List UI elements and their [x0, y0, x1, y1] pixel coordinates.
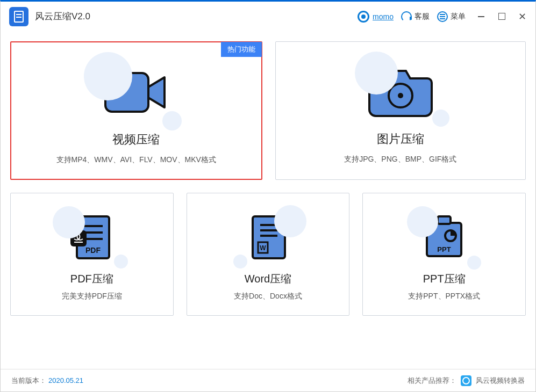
card-title: PDF压缩 [70, 272, 113, 286]
svg-text:W: W [260, 244, 266, 252]
card-desc: 支持JPG、PNG、BMP、GIF格式 [344, 155, 456, 164]
ppt-compress-card[interactable]: PPT PPT压缩 支持PPT、PPTX格式 [362, 193, 526, 316]
video-icon [90, 57, 182, 127]
maximize-button[interactable] [497, 12, 506, 21]
ppt-icon: PPT [409, 208, 479, 267]
app-title: 风云压缩V2.0 [35, 10, 90, 23]
main-content: 热门功能 视频压缩 支持MP4、WMV、AVI、FLV、MOV、MKV格式 [1, 32, 535, 369]
card-title: 视频压缩 [112, 132, 160, 148]
camera-icon [355, 57, 446, 127]
card-title: PPT压缩 [423, 272, 466, 286]
svg-text:PPT: PPT [438, 245, 451, 253]
window-controls: ✕ [476, 12, 527, 21]
headset-icon [401, 11, 412, 22]
menu-icon [437, 11, 448, 22]
card-title: 图片压缩 [377, 131, 424, 147]
svg-rect-17 [438, 216, 451, 224]
svg-text:PDF: PDF [85, 246, 101, 255]
close-button[interactable]: ✕ [517, 12, 527, 21]
word-compress-card[interactable]: W Word压缩 支持Doc、Docx格式 [187, 193, 350, 316]
customer-service-button[interactable]: 客服 [401, 11, 430, 22]
footer-bar: 当前版本： 2020.05.21 相关产品推荐： 风云视频转换器 [1, 369, 535, 391]
version-value: 2020.05.21 [48, 376, 83, 384]
app-logo-icon [9, 7, 28, 26]
user-name: momo [373, 12, 394, 21]
menu-label: 菜单 [451, 12, 466, 21]
service-label: 客服 [414, 12, 430, 21]
pdf-compress-card[interactable]: PDF PDF压缩 完美支持PDF压缩 [10, 193, 174, 316]
card-desc: 支持PPT、PPTX格式 [408, 292, 480, 301]
related-product-icon [461, 375, 471, 386]
card-desc: 支持MP4、WMV、AVI、FLV、MOV、MKV格式 [56, 155, 216, 165]
hot-badge: 热门功能 [221, 42, 262, 57]
video-compress-card[interactable]: 热门功能 视频压缩 支持MP4、WMV、AVI、FLV、MOV、MKV格式 [10, 41, 262, 180]
svg-point-3 [398, 93, 403, 98]
user-icon [358, 11, 369, 23]
card-desc: 完美支持PDF压缩 [62, 292, 122, 301]
user-account-button[interactable]: momo [358, 11, 394, 23]
card-desc: 支持Doc、Docx格式 [234, 292, 302, 301]
related-product-link[interactable]: 风云视频转换器 [476, 376, 525, 386]
related-label: 相关产品推荐： [408, 376, 456, 386]
word-icon: W [233, 208, 303, 267]
image-compress-card[interactable]: 图片压缩 支持JPG、PNG、BMP、GIF格式 [275, 41, 526, 180]
version-label: 当前版本： [11, 376, 46, 386]
menu-button[interactable]: 菜单 [437, 11, 466, 22]
title-bar: 风云压缩V2.0 momo 客服 菜单 ✕ [1, 2, 535, 32]
minimize-button[interactable] [476, 12, 486, 21]
card-title: Word压缩 [245, 272, 291, 286]
pdf-icon: PDF [57, 208, 127, 267]
